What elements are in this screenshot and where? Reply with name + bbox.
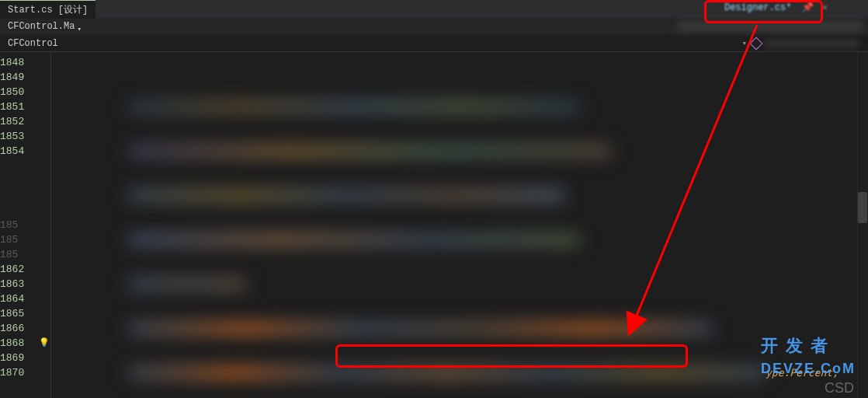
tab-label: Start.cs [设计] xyxy=(8,3,88,16)
lightbulb-icon[interactable]: 💡 xyxy=(39,336,50,351)
line-number-gutter: 1848 1849 1850 1851 1852 1853 1854 185 1… xyxy=(0,52,37,398)
chevron-down-icon[interactable] xyxy=(77,23,83,30)
breadcrumb-class[interactable]: CFControl xyxy=(3,38,63,49)
line-number: 185 xyxy=(0,232,31,247)
glyph-margin: 💡 xyxy=(37,52,51,398)
vertical-scrollbar[interactable] xyxy=(857,52,868,398)
tab-start-cs[interactable]: Start.cs [设计] xyxy=(0,0,95,19)
line-number: 1854 xyxy=(0,144,31,159)
line-number: 1863 xyxy=(0,277,31,292)
breadcrumb-label: CFControl.Ma xyxy=(8,21,75,32)
line-number: 1869 xyxy=(0,351,31,365)
line-number: 185 xyxy=(0,218,31,232)
breadcrumb-bar-2: CFControl ▾ xyxy=(0,35,868,52)
line-number xyxy=(0,188,31,203)
annotation-box-top xyxy=(704,0,823,23)
line-number: 1853 xyxy=(0,129,31,144)
line-number: 1850 xyxy=(0,85,31,100)
line-number: 1865 xyxy=(0,306,31,321)
line-number: 185 xyxy=(0,247,31,262)
watermark-csdn: CSD xyxy=(825,380,854,396)
line-number: 1864 xyxy=(0,292,31,306)
line-number: 1862 xyxy=(0,262,31,277)
watermark-brand-cn: 开 发 者 DEVZE.CoM xyxy=(761,334,856,378)
line-number: 1851 xyxy=(0,100,31,114)
breadcrumb-namespace[interactable]: CFControl.Ma xyxy=(3,21,88,32)
line-number xyxy=(0,203,31,218)
line-number: 1870 xyxy=(0,365,31,380)
line-number xyxy=(0,173,31,188)
line-number: 1852 xyxy=(0,114,31,129)
line-number: 1866 xyxy=(0,321,31,336)
nav-diamond-icon[interactable] xyxy=(750,37,763,50)
line-number: 1849 xyxy=(0,70,31,85)
scrollbar-thumb[interactable] xyxy=(858,192,867,223)
line-number: 1848 xyxy=(0,55,31,70)
line-number: 1868 xyxy=(0,336,31,351)
breadcrumb-label-2: CFControl xyxy=(8,38,58,49)
annotation-box-code xyxy=(335,344,688,368)
line-number xyxy=(0,159,31,173)
